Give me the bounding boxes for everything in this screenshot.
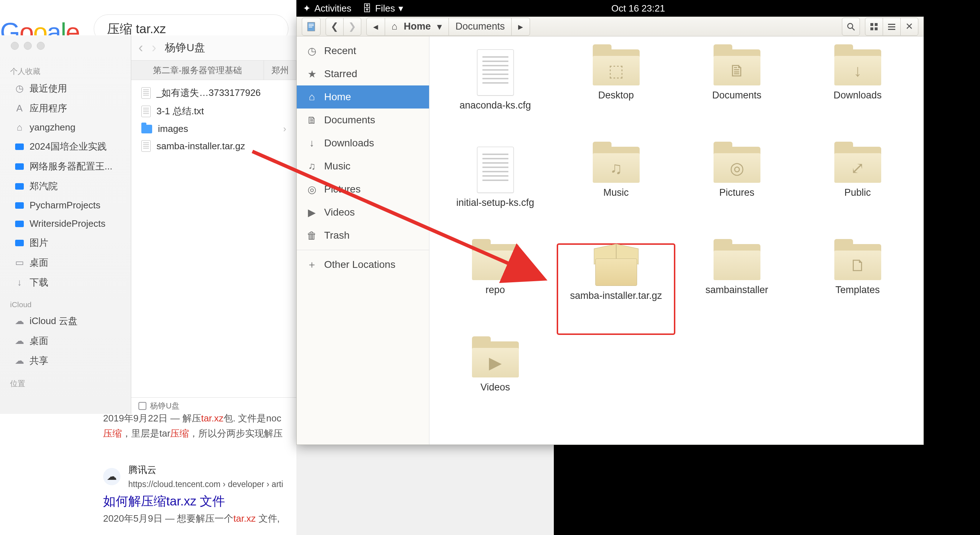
file-item[interactable]: repo — [437, 244, 554, 334]
text-file-icon — [477, 49, 514, 96]
finder-tabbar[interactable]: 第二章-服务器管理基础 郑州 — [131, 61, 296, 80]
path-prev[interactable]: ◂ — [366, 18, 385, 36]
files-sidebar-item[interactable]: ★Starred — [297, 62, 429, 86]
activities-button[interactable]: ✦ Activities — [303, 3, 352, 14]
sidebar-item-label: iCloud 云盘 — [30, 315, 78, 327]
file-label: Templates — [835, 285, 880, 296]
finder-back-button[interactable]: ‹ — [138, 40, 143, 56]
pathbar[interactable]: ◂ ⌂ Home ▾ Documents ▸ — [366, 18, 530, 36]
files-sidebar-item[interactable]: ◷Recent — [297, 39, 429, 62]
sidebar-item-label: Home — [324, 91, 351, 103]
files-sidebar-item[interactable]: ↓Downloads — [297, 132, 429, 154]
file-item[interactable]: ◎Pictures — [678, 147, 795, 237]
sidebar-item-icon: ⌂ — [14, 123, 24, 133]
sidebar-item-icon — [14, 161, 24, 172]
files-sidebar-item[interactable]: 🗎Documents — [297, 108, 429, 132]
svg-rect-9 — [875, 27, 878, 30]
file-item[interactable]: 🗎Documents — [678, 49, 795, 140]
file-item[interactable]: ♫Music — [557, 147, 675, 237]
file-label: anaconda-ks.cfg — [459, 100, 531, 111]
files-sidebar-item[interactable]: ▶Videos — [297, 201, 429, 224]
finder-tab[interactable]: 郑州 — [264, 61, 296, 80]
files-sidebar-item[interactable]: ⌂Home — [297, 86, 429, 108]
finder-forward-button[interactable]: › — [152, 40, 156, 56]
finder-sidebar-item[interactable]: PycharmProjects — [0, 196, 131, 215]
finder-sidebar-item[interactable]: WritersideProjects — [0, 215, 131, 233]
gnome-top-bar[interactable]: ✦ Activities 🗄 Files ▾ Oct 16 23:21 — [296, 0, 980, 17]
finder-tab[interactable]: 第二章-服务器管理基础 — [131, 61, 264, 80]
file-item[interactable]: 🗋Templates — [799, 244, 916, 334]
folder-icon: ↓ — [834, 49, 881, 86]
path-crumb-documents[interactable]: Documents — [449, 18, 512, 36]
files-window[interactable]: ❮ ❯ ◂ ⌂ Home ▾ Documents ▸ ✕ ◷Recent★Sta… — [296, 17, 924, 445]
files-sidebar-item[interactable]: ♫Music — [297, 154, 429, 178]
sidebar-item-icon: ＋ — [306, 259, 318, 271]
files-sidebar[interactable]: ◷Recent★Starred⌂Home🗎Documents↓Downloads… — [297, 37, 430, 444]
sidebar-item-icon: ⌂ — [306, 91, 318, 103]
file-item[interactable]: sambainstaller — [678, 244, 795, 334]
sidebar-item-icon: ↓ — [306, 137, 318, 149]
finder-sidebar-item[interactable]: ☁桌面 — [0, 331, 131, 351]
finder-sidebar-item[interactable]: 2024国培企业实践 — [0, 137, 131, 156]
result-link[interactable]: 如何解压缩tar.xz 文件 — [103, 494, 225, 508]
file-label: repo — [485, 285, 505, 296]
file-name: images — [158, 123, 188, 134]
folder-icon: ▶ — [472, 341, 519, 377]
clock[interactable]: Oct 16 23:21 — [611, 3, 665, 14]
file-item[interactable]: ▶Videos — [437, 341, 554, 432]
file-icon — [142, 106, 151, 117]
finder-sidebar-item[interactable]: ☁共享 — [0, 351, 131, 371]
finder-sidebar-item[interactable]: 郑汽院 — [0, 176, 131, 196]
sidebar-item-label: Downloads — [324, 137, 374, 149]
sidebar-item-icon: ◎ — [306, 183, 318, 195]
sidebar-item-label: 图片 — [30, 237, 48, 249]
sidebar-item-icon: ◷ — [306, 45, 318, 57]
view-mode-button[interactable] — [865, 18, 883, 36]
hamburger-menu-button[interactable] — [883, 18, 900, 36]
finder-sidebar-item[interactable]: 网络服务器配置王... — [0, 156, 131, 176]
finder-sidebar-item[interactable]: 图片 — [0, 233, 131, 253]
finder-sidebar-item[interactable]: ⌂yangzheng — [0, 118, 131, 137]
files-sidebar-item[interactable]: ＋Other Locations — [297, 253, 429, 276]
sidebar-item-icon — [14, 201, 24, 210]
sidebar-item-label: Documents — [324, 114, 375, 126]
file-item[interactable]: ⬚Desktop — [557, 49, 675, 140]
sidebar-item-label: 网络服务器配置王... — [30, 160, 113, 173]
finder-list-item[interactable]: _如有遗失…3733177926 — [131, 84, 296, 102]
files-icon-view[interactable]: anaconda-ks.cfg⬚Desktop🗎Documents↓Downlo… — [430, 37, 923, 444]
sidebar-item-label: Recent — [324, 45, 356, 57]
files-sidebar-item[interactable]: ◎Pictures — [297, 178, 429, 201]
finder-sidebar-item[interactable]: ↓下载 — [0, 272, 131, 292]
path-home[interactable]: ⌂ Home ▾ — [385, 18, 449, 36]
new-tab-button[interactable] — [302, 18, 321, 36]
file-item[interactable]: initial-setup-ks.cfg — [437, 147, 554, 237]
finder-sidebar-item[interactable]: ◷最近使用 — [0, 79, 131, 99]
finder-window[interactable]: 个人收藏 ◷最近使用A应用程序⌂yangzheng2024国培企业实践网络服务器… — [0, 35, 296, 414]
finder-list-item[interactable]: images› — [131, 120, 296, 137]
sidebar-item-label: Starred — [324, 68, 357, 80]
finder-sidebar-item[interactable]: A应用程序 — [0, 99, 131, 118]
file-item[interactable]: anaconda-ks.cfg — [437, 49, 554, 140]
finder-sidebar-item[interactable]: ☁iCloud 云盘 — [0, 311, 131, 331]
file-item[interactable]: ⤢Public — [799, 147, 916, 237]
traffic-lights[interactable] — [0, 42, 131, 58]
forward-button[interactable]: ❯ — [343, 18, 361, 36]
finder-sidebar-item[interactable]: ▭桌面 — [0, 253, 131, 272]
svg-line-5 — [852, 28, 854, 30]
path-next[interactable]: ▸ — [511, 18, 530, 36]
file-item[interactable]: ↓Downloads — [799, 49, 916, 140]
text-file-icon — [477, 147, 514, 193]
search-button[interactable] — [842, 18, 860, 36]
finder-file-list[interactable]: _如有遗失…37331779263-1 总结.txtimages›samba-i… — [131, 80, 296, 397]
back-button[interactable]: ❮ — [326, 18, 344, 36]
sidebar-item-icon: A — [14, 103, 24, 113]
sidebar-item-icon: ★ — [306, 68, 318, 80]
file-item[interactable]: samba-installer.tar.gz — [557, 244, 675, 334]
file-label: sambainstaller — [705, 285, 768, 296]
finder-list-item[interactable]: samba-installer.tar.gz — [131, 137, 296, 154]
finder-list-item[interactable]: 3-1 总结.txt — [131, 102, 296, 120]
files-sidebar-item[interactable]: 🗑Trash — [297, 224, 429, 247]
file-name: samba-installer.tar.gz — [156, 141, 245, 152]
app-menu[interactable]: 🗄 Files ▾ — [362, 3, 404, 14]
close-button[interactable]: ✕ — [900, 18, 918, 36]
